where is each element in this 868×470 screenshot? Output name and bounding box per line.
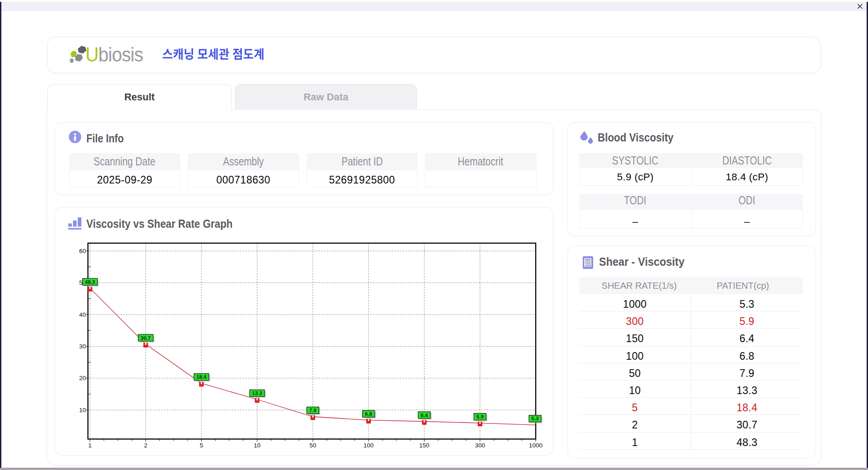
svg-text:30: 30 [79, 343, 86, 350]
svg-text:50: 50 [309, 442, 316, 449]
svg-text:5: 5 [200, 442, 203, 449]
svg-text:1000: 1000 [529, 442, 542, 449]
svg-text:30.7: 30.7 [141, 335, 151, 341]
svg-text:7.9: 7.9 [309, 408, 316, 413]
svg-text:2: 2 [144, 442, 147, 449]
svg-text:18.4: 18.4 [196, 374, 207, 380]
svg-text:13.3: 13.3 [252, 390, 262, 396]
svg-text:20: 20 [79, 375, 86, 381]
svg-text:40: 40 [79, 311, 86, 318]
svg-text:60: 60 [79, 248, 86, 254]
svg-text:300: 300 [475, 442, 486, 449]
svg-text:6.8: 6.8 [365, 411, 373, 417]
svg-text:10: 10 [79, 407, 86, 414]
svg-text:150: 150 [419, 442, 429, 449]
svg-text:5.9: 5.9 [476, 414, 484, 419]
svg-text:1: 1 [88, 442, 92, 449]
svg-text:10: 10 [254, 442, 260, 449]
svg-text:5.3: 5.3 [532, 416, 539, 421]
svg-text:100: 100 [363, 442, 374, 449]
svg-text:48.3: 48.3 [85, 279, 95, 285]
svg-text:6.4: 6.4 [421, 413, 429, 418]
